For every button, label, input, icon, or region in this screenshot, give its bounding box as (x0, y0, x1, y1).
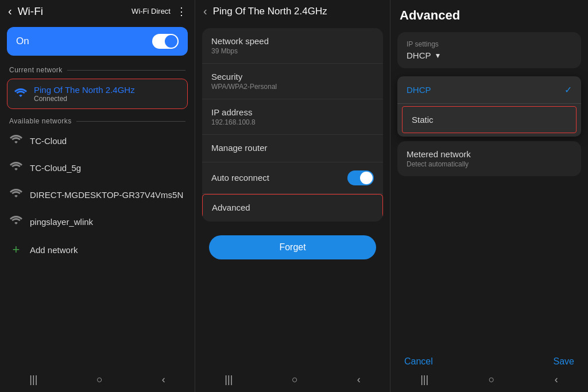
more-options-icon[interactable]: ⋮ (176, 5, 187, 18)
static-option[interactable]: Static (402, 106, 577, 133)
list-item[interactable]: TC-Cloud_5g (0, 154, 195, 181)
metered-network-card: Metered network Detect automatically (397, 141, 581, 176)
ip-settings-label: IP settings (407, 40, 572, 48)
nav-back-icon[interactable]: ‹ (162, 374, 165, 386)
dhcp-option-label: DHCP (407, 85, 431, 95)
ip-dropdown-popup: DHCP ✓ Static (397, 76, 581, 137)
current-network-item[interactable]: Ping Of The North 2.4GHz Connected (7, 79, 188, 109)
network-speed-value: 39 Mbps (211, 47, 374, 55)
wifi-title: Wi-Fi (18, 5, 131, 18)
dropdown-arrow-icon[interactable]: ▼ (435, 52, 442, 60)
wifi-toggle-switch[interactable] (152, 34, 179, 49)
network-name-2: TC-Cloud_5g (30, 163, 81, 173)
toggle-thumb (165, 35, 177, 48)
network-name-1: TC-Cloud (30, 136, 67, 146)
nav-home-icon[interactable]: ○ (96, 374, 103, 386)
current-network-status: Connected (34, 95, 135, 103)
nav-home-icon-3[interactable]: ○ (489, 374, 495, 386)
wifi-toggle-label: On (16, 36, 29, 47)
available-networks-section-label: Available networks (0, 111, 195, 127)
save-button[interactable]: Save (554, 356, 574, 367)
nav-recent-icon-2[interactable]: ||| (225, 374, 233, 386)
auto-reconnect-toggle[interactable] (347, 170, 374, 185)
wifi-toggle-row[interactable]: On (7, 27, 188, 56)
network-name-3: DIRECT-MGDESKTOP-GR37V4Vms5N (30, 190, 183, 200)
toggle-thumb (360, 172, 373, 184)
add-network-item[interactable]: + Add network (0, 235, 195, 264)
nav-bar-2: ||| ○ ‹ (195, 367, 390, 392)
wifi-icon (9, 215, 23, 228)
network-speed-row: Network speed 39 Mbps (202, 28, 383, 64)
dhcp-option[interactable]: DHCP ✓ (397, 76, 581, 104)
auto-reconnect-label: Auto reconnect (211, 173, 269, 183)
list-item[interactable]: pingslayer_wlink (0, 208, 195, 235)
detail-info-card: Network speed 39 Mbps Security WPA/WPA2-… (202, 28, 383, 222)
ip-address-label: IP address (211, 107, 374, 117)
list-item[interactable]: TC-Cloud (0, 127, 195, 154)
nav-back-icon-2[interactable]: ‹ (357, 374, 361, 386)
ip-address-value: 192.168.100.8 (211, 118, 374, 126)
advanced-label: Advanced (212, 203, 373, 212)
ip-settings-row[interactable]: DHCP ▼ (407, 51, 572, 60)
network-speed-label: Network speed (211, 36, 374, 46)
add-network-icon: + (9, 242, 23, 257)
detail-title: Ping Of The North 2.4GHz (213, 6, 327, 17)
wifi-connected-icon (14, 88, 27, 100)
manage-router-label: Manage router (211, 143, 374, 153)
wifi-top-bar: ‹ Wi-Fi Wi-Fi Direct ⋮ (0, 0, 195, 22)
wifi-icon (9, 188, 23, 201)
check-icon: ✓ (564, 84, 572, 95)
static-option-label: Static (412, 115, 434, 125)
ip-settings-card: IP settings DHCP ▼ (397, 32, 581, 68)
add-network-label: Add network (30, 245, 78, 255)
cancel-button[interactable]: Cancel (404, 356, 433, 367)
wifi-icon (9, 134, 23, 148)
forget-button[interactable]: Forget (209, 235, 377, 259)
wifi-icon (9, 161, 23, 174)
nav-home-icon-2[interactable]: ○ (292, 374, 298, 386)
metered-network-sub: Detect automatically (407, 160, 572, 168)
advanced-bottom-actions: Cancel Save (390, 356, 588, 367)
security-value: WPA/WPA2-Personal (211, 83, 374, 91)
ip-address-row: IP address 192.168.100.8 (202, 99, 383, 135)
detail-top-bar: ‹ Ping Of The North 2.4GHz (195, 0, 390, 22)
nav-recent-icon[interactable]: ||| (29, 374, 37, 386)
list-item[interactable]: DIRECT-MGDESKTOP-GR37V4Vms5N (0, 181, 195, 208)
network-name-4: pingslayer_wlink (30, 217, 93, 227)
nav-bar-3: ||| ○ ‹ (390, 367, 588, 392)
security-row: Security WPA/WPA2-Personal (202, 64, 383, 99)
wifi-direct-label[interactable]: Wi-Fi Direct (131, 7, 171, 15)
advanced-panel: Advanced IP settings DHCP ▼ DHCP ✓ Stati… (390, 0, 588, 392)
detail-back-icon[interactable]: ‹ (203, 5, 207, 18)
nav-bar-1: ||| ○ ‹ (0, 367, 195, 392)
current-network-info: Ping Of The North 2.4GHz Connected (34, 85, 135, 103)
current-network-name: Ping Of The North 2.4GHz (34, 85, 135, 95)
current-network-section-label: Current network (0, 60, 195, 76)
advanced-top-bar: Advanced (390, 0, 588, 28)
advanced-title: Advanced (400, 8, 579, 23)
auto-reconnect-row[interactable]: Auto reconnect (202, 162, 383, 194)
nav-back-icon-3[interactable]: ‹ (555, 374, 558, 386)
advanced-row[interactable]: Advanced (202, 194, 383, 222)
network-detail-panel: ‹ Ping Of The North 2.4GHz Network speed… (195, 0, 390, 392)
security-label: Security (211, 72, 374, 81)
manage-router-row[interactable]: Manage router (202, 135, 383, 162)
ip-settings-value: DHCP (407, 51, 431, 60)
metered-network-label: Metered network (407, 149, 572, 159)
wifi-list-panel: ‹ Wi-Fi Wi-Fi Direct ⋮ On Current networ… (0, 0, 195, 392)
nav-recent-icon-3[interactable]: ||| (420, 374, 428, 386)
back-arrow-icon[interactable]: ‹ (8, 5, 12, 18)
